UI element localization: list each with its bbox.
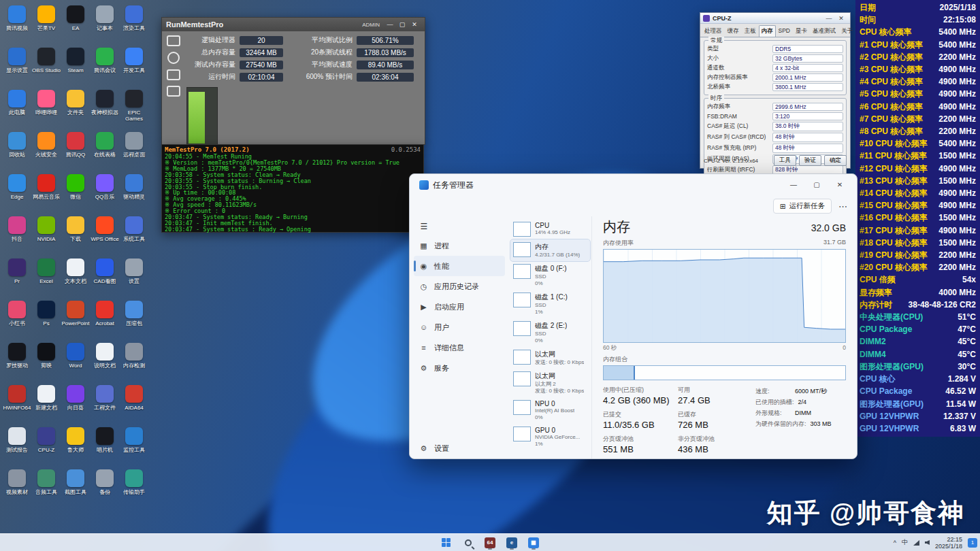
desktop-icon[interactable]: 监控工具 [120,424,148,467]
performance-card[interactable]: 磁盘 0 (F:) SSD 0% [510,261,590,290]
close-button[interactable]: ✕ [408,21,421,28]
desktop-icon[interactable]: WPS Office [91,214,119,256]
volume-icon[interactable] [925,540,930,545]
desktop-icon[interactable]: 渲染工具 [120,3,148,45]
desktop-icon[interactable]: 在线表格 [91,129,119,171]
gear-icon[interactable] [167,52,180,64]
desktop-icon[interactable]: EPIC Games [120,87,148,129]
desktop-icon[interactable]: 向日葵 [61,382,90,424]
desktop-icon[interactable]: AIDA64 [120,382,148,424]
minimize-button[interactable]: — [782,177,805,193]
performance-card[interactable]: 磁盘 1 (C:) SSD 1% [510,290,590,318]
nav-item[interactable]: ≡ 详细信息 [414,337,505,358]
nav-item[interactable]: ▦ 进程 [414,235,505,256]
clipboard-icon[interactable] [167,69,180,80]
desktop-icon[interactable]: 下载 [61,214,90,256]
desktop-icon[interactable]: 测试报告 [3,424,31,467]
performance-card[interactable]: GPU 0 NVIDIA GeForce... 1% [510,424,590,450]
nav-item[interactable]: ▶ 启动应用 [414,297,505,317]
desktop-icon[interactable]: 传输助手 [120,467,148,509]
desktop-icon[interactable]: 远程桌面 [120,129,148,171]
taskbar-app-browser[interactable]: e [503,535,521,550]
desktop-icon[interactable]: 备份 [91,467,119,509]
run-new-task-button[interactable]: ⊞ 运行新任务 [773,199,832,214]
taskbar-app-taskmgr[interactable]: ▦ [525,535,542,550]
cpuz-titlebar[interactable]: CPU-Z — ✕ [700,13,850,24]
desktop-icon[interactable]: 哔哩哔哩 [32,87,61,129]
notification-badge[interactable]: 1 [968,538,977,548]
desktop-icon[interactable]: HWiNFO64 [3,382,31,424]
desktop-icon[interactable]: EA [61,3,90,45]
cpuz-tab[interactable]: 缓存 [725,25,742,37]
desktop-icon[interactable]: 开发工具 [120,45,148,87]
nav-item[interactable]: ☺ 用户 [414,317,505,337]
desktop-icon[interactable]: 压缩包 [120,298,148,340]
close-button[interactable]: ✕ [828,177,851,193]
desktop-icon[interactable]: 芒果TV [32,3,61,45]
desktop-icon[interactable]: CAD看图 [91,256,119,298]
desktop-icon[interactable]: 此电脑 [3,87,31,129]
desktop-icon[interactable]: Word [61,340,90,382]
performance-card[interactable]: NPU 0 Intel(R) AI Boost 0% [510,397,590,424]
network-icon[interactable] [913,540,919,546]
desktop-icon[interactable]: 音频工具 [32,467,61,509]
performance-card[interactable]: 以太网 以太网 2 发送: 0 接收: 0 Kbps [510,369,590,397]
desktop-icon[interactable]: 文件夹 [61,87,90,129]
maximize-button[interactable]: ▢ [805,177,828,193]
desktop-icon[interactable]: Ps [32,298,61,340]
desktop-icon[interactable]: NVIDIA [32,214,61,256]
cpuz-tab[interactable]: 内存 [759,25,776,37]
start-button[interactable] [438,535,455,550]
cpuz-tab[interactable]: 关于 [838,25,855,37]
search-button[interactable] [459,535,477,550]
desktop-icon[interactable]: 新建文档 [32,382,61,424]
desktop-icon[interactable]: QQ音乐 [91,171,119,214]
desktop-icon[interactable]: 回收站 [3,129,31,171]
performance-card[interactable]: 内存 4.2/31.7 GB (14%) [510,239,590,261]
desktop-icon[interactable]: 驱动精灵 [120,171,148,214]
tray-overflow-chevron[interactable]: ^ [894,539,896,546]
nav-item[interactable]: ◷ 应用历史记录 [414,276,505,297]
camera-icon[interactable] [167,86,180,97]
desktop-icon[interactable]: 唱片机 [91,424,119,467]
taskbar-app-cpuz[interactable]: 64 [481,535,499,550]
desktop-icon[interactable]: 网易云音乐 [32,171,61,214]
close-button[interactable]: ✕ [835,15,847,22]
hamburger-menu-icon[interactable]: ☰ [414,218,434,235]
taskmgr-titlebar[interactable]: 任务管理器 — ▢ ✕ [410,174,857,196]
desktop-icon[interactable]: 火绒安全 [32,129,61,171]
desktop-icon[interactable]: 文本文档 [61,256,90,298]
tools-button[interactable]: 工具 [774,155,796,166]
desktop-icon[interactable]: Acrobat [91,298,119,340]
desktop-icon[interactable]: 设置 [120,256,148,298]
cpuz-tab[interactable]: SPD [776,25,793,37]
desktop-icon[interactable]: 系统工具 [120,214,148,256]
performance-card[interactable]: 磁盘 2 (E:) SSD 0% [510,318,590,347]
taskbar-clock[interactable]: 22:15 2025/1/18 [935,536,962,550]
minimize-button[interactable]: — [823,15,835,22]
desktop-icon[interactable]: 微信 [61,171,90,214]
minimize-button[interactable]: — [384,21,396,28]
desktop-icon[interactable]: OBS Studio [32,45,61,87]
desktop-icon[interactable]: 记事本 [91,3,119,45]
desktop-icon[interactable]: 腾讯QQ [61,129,90,171]
desktop-icon[interactable]: 罗技驱动 [3,340,31,382]
desktop-icon[interactable]: 视频素材 [3,467,31,509]
nav-item-settings[interactable]: ⚙ 设置 [414,438,505,458]
performance-card[interactable]: CPU 14% 4.95 GHz [510,219,590,239]
desktop-icon[interactable]: Steam [61,45,90,87]
cpuz-tab[interactable]: 主板 [742,25,759,37]
desktop-icon[interactable]: 鲁大师 [61,424,90,467]
cpuz-tab[interactable]: 显卡 [793,25,810,37]
desktop-icon[interactable]: 抖音 [3,214,31,256]
maximize-button[interactable]: ▢ [396,21,408,28]
performance-card[interactable]: 以太网 发送: 0 接收: 0 Kbps [510,347,590,369]
desktop-icon[interactable]: Excel [32,256,61,298]
desktop-icon[interactable]: Pr [3,256,31,298]
desktop-icon[interactable]: CPU-Z [32,424,61,467]
desktop-icon[interactable]: 小红书 [3,298,31,340]
desktop-icon[interactable]: 剪映 [32,340,61,382]
desktop-icon[interactable]: Edge [3,171,31,214]
validate-button[interactable]: 验证 [799,155,821,166]
desktop-icon[interactable]: 说明文档 [91,340,119,382]
